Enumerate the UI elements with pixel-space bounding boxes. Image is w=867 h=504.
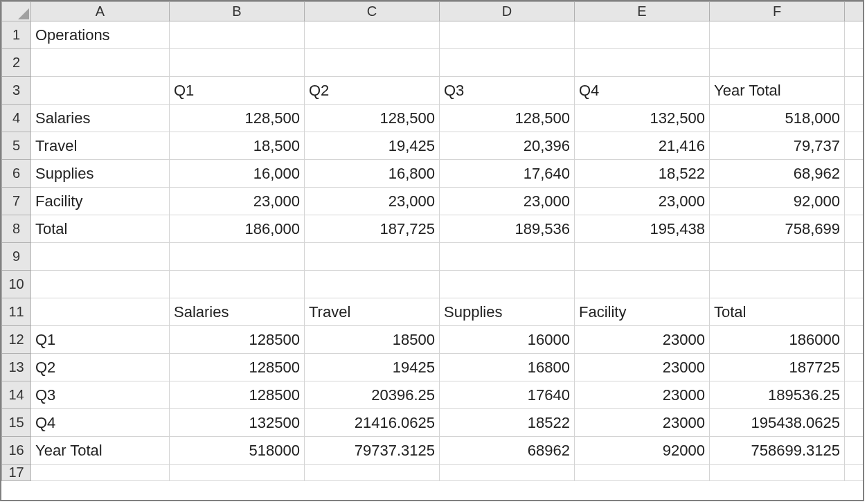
cell-tail-17[interactable] [845,465,865,481]
cell-B3[interactable]: Q1 [170,77,305,105]
cell-F2[interactable] [710,49,845,77]
cell-tail-2[interactable] [845,49,865,77]
row-header-16[interactable]: 16 [2,437,31,465]
row-header-2[interactable]: 2 [2,49,31,77]
cell-C8[interactable]: 187,725 [305,215,440,243]
cell-D8[interactable]: 189,536 [440,215,575,243]
cell-C15[interactable]: 21416.0625 [305,409,440,437]
cell-E12[interactable]: 23000 [575,326,710,354]
cell-C10[interactable] [305,271,440,298]
cell-D11[interactable]: Supplies [440,298,575,326]
cell-B13[interactable]: 128500 [170,354,305,381]
row-header-14[interactable]: 14 [2,381,31,409]
cell-E16[interactable]: 92000 [575,437,710,465]
column-header-E[interactable]: E [575,2,710,21]
cell-tail-9[interactable] [845,243,865,271]
row-header-5[interactable]: 5 [2,132,31,160]
cell-tail-3[interactable] [845,77,865,105]
cell-B17[interactable] [170,465,305,481]
cell-D5[interactable]: 20,396 [440,132,575,160]
column-header-D[interactable]: D [440,2,575,21]
cell-tail-15[interactable] [845,409,865,437]
cell-F7[interactable]: 92,000 [710,188,845,215]
cell-E3[interactable]: Q4 [575,77,710,105]
cell-F13[interactable]: 187725 [710,354,845,381]
cell-tail-5[interactable] [845,132,865,160]
cell-tail-12[interactable] [845,326,865,354]
cell-B4[interactable]: 128,500 [170,105,305,132]
cell-D17[interactable] [440,465,575,481]
cell-C16[interactable]: 79737.3125 [305,437,440,465]
cell-E14[interactable]: 23000 [575,381,710,409]
cell-E13[interactable]: 23000 [575,354,710,381]
cell-A8[interactable]: Total [31,215,170,243]
cell-D1[interactable] [440,21,575,49]
cell-B8[interactable]: 186,000 [170,215,305,243]
cell-E15[interactable]: 23000 [575,409,710,437]
cell-E2[interactable] [575,49,710,77]
row-header-4[interactable]: 4 [2,105,31,132]
spreadsheet-grid[interactable]: ABCDEF 1Operations23Q1Q2Q3Q4Year Total4S… [1,1,864,481]
cell-C12[interactable]: 18500 [305,326,440,354]
cell-D2[interactable] [440,49,575,77]
cell-C6[interactable]: 16,800 [305,160,440,188]
cell-tail-1[interactable] [845,21,865,49]
cell-A12[interactable]: Q1 [31,326,170,354]
cell-A11[interactable] [31,298,170,326]
cell-C11[interactable]: Travel [305,298,440,326]
cell-D12[interactable]: 16000 [440,326,575,354]
row-header-15[interactable]: 15 [2,409,31,437]
cell-C17[interactable] [305,465,440,481]
row-header-3[interactable]: 3 [2,77,31,105]
cell-tail-10[interactable] [845,271,865,298]
cell-E5[interactable]: 21,416 [575,132,710,160]
cell-B15[interactable]: 132500 [170,409,305,437]
cell-A13[interactable]: Q2 [31,354,170,381]
cell-A15[interactable]: Q4 [31,409,170,437]
cell-C7[interactable]: 23,000 [305,188,440,215]
cell-tail-4[interactable] [845,105,865,132]
select-all-corner[interactable] [2,2,31,21]
cell-B7[interactable]: 23,000 [170,188,305,215]
cell-B16[interactable]: 518000 [170,437,305,465]
cell-B14[interactable]: 128500 [170,381,305,409]
cell-F5[interactable]: 79,737 [710,132,845,160]
cell-tail-13[interactable] [845,354,865,381]
cell-F4[interactable]: 518,000 [710,105,845,132]
row-header-9[interactable]: 9 [2,243,31,271]
cell-E10[interactable] [575,271,710,298]
cell-D10[interactable] [440,271,575,298]
cell-F15[interactable]: 195438.0625 [710,409,845,437]
cell-E8[interactable]: 195,438 [575,215,710,243]
column-header-A[interactable]: A [31,2,170,21]
cell-F1[interactable] [710,21,845,49]
cell-D9[interactable] [440,243,575,271]
row-header-12[interactable]: 12 [2,326,31,354]
cell-A2[interactable] [31,49,170,77]
cell-tail-8[interactable] [845,215,865,243]
cell-F17[interactable] [710,465,845,481]
cell-F12[interactable]: 186000 [710,326,845,354]
column-header-F[interactable]: F [710,2,845,21]
cell-F14[interactable]: 189536.25 [710,381,845,409]
cell-D16[interactable]: 68962 [440,437,575,465]
cell-D14[interactable]: 17640 [440,381,575,409]
cell-tail-16[interactable] [845,437,865,465]
cell-E6[interactable]: 18,522 [575,160,710,188]
cell-F3[interactable]: Year Total [710,77,845,105]
cell-B12[interactable]: 128500 [170,326,305,354]
cell-E1[interactable] [575,21,710,49]
cell-D6[interactable]: 17,640 [440,160,575,188]
cell-C3[interactable]: Q2 [305,77,440,105]
cell-A9[interactable] [31,243,170,271]
cell-D4[interactable]: 128,500 [440,105,575,132]
cell-F11[interactable]: Total [710,298,845,326]
cell-D7[interactable]: 23,000 [440,188,575,215]
cell-F6[interactable]: 68,962 [710,160,845,188]
cell-tail-11[interactable] [845,298,865,326]
cell-tail-6[interactable] [845,160,865,188]
cell-A17[interactable] [31,465,170,481]
cell-A16[interactable]: Year Total [31,437,170,465]
cell-D3[interactable]: Q3 [440,77,575,105]
cell-E9[interactable] [575,243,710,271]
